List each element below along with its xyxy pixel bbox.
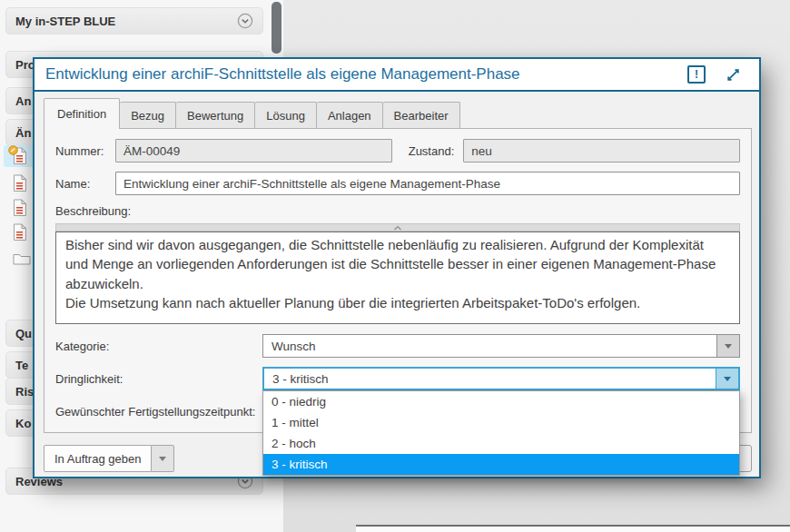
dropdown-option-niedrig[interactable]: 0 - niedrig [263,391,739,412]
tab-bewertung[interactable]: Bewertung [176,102,255,128]
kategorie-combobox[interactable]: Wunsch [262,334,740,358]
change-request-dialog: Entwicklung einer archiF-Schnittstelle a… [33,57,761,478]
dialog-title: Entwicklung einer archiF-Schnittstelle a… [45,65,687,84]
dropdown-option-hoch[interactable]: 2 - hoch [263,433,739,454]
folder-icon [13,252,31,265]
dialog-titlebar: Entwicklung einer archiF-Schnittstelle a… [35,59,759,92]
row-name: Name: Entwicklung einer archiF-Schnittst… [55,172,740,195]
document-icon [13,147,27,165]
modified-badge-icon [8,143,18,159]
kategorie-value: Wunsch [263,335,716,357]
tab-panel-definition: Nummer: ÄM-00049 Zustand: neu Name: Entw… [44,128,752,433]
application-window: My in-STEP BLUE Pro An Än [0,0,790,532]
dringlichkeit-combobox[interactable]: 3 - kritisch [262,367,740,390]
nummer-label: Nummer: [55,144,115,158]
dringlichkeit-value: 3 - kritisch [264,369,716,389]
tab-bearbeiter[interactable]: Bearbeiter [383,102,460,128]
sidebar-section-my-instep-blue[interactable]: My in-STEP BLUE [5,7,263,34]
dringlichkeit-label: Dringlichkeit: [55,372,262,386]
description-collapse-handle[interactable] [55,223,740,232]
triangle-down-icon [159,457,166,461]
tab-loesung[interactable]: Lösung [255,102,317,128]
alert-icon[interactable]: ! [687,65,706,84]
zustand-field: neu [463,139,740,163]
dialog-tabs: Definition Bezug Bewertung Lösung Anlage… [44,98,759,128]
dropdown-option-kritisch[interactable]: 3 - kritisch [263,454,739,475]
dringlichkeit-dropdown-button[interactable] [716,369,738,389]
row-nummer-zustand: Nummer: ÄM-00049 Zustand: neu [55,139,740,163]
in-auftrag-geben-button[interactable]: In Auftrag geben [44,445,152,472]
in-auftrag-geben-split-button[interactable]: In Auftrag geben [44,445,174,472]
sidebar-section-label: An [15,94,31,108]
background-panel-edge [356,525,790,532]
zustand-label: Zustand: [409,144,455,158]
kategorie-label: Kategorie: [55,340,262,353]
triangle-down-icon [724,377,731,381]
sidebar-section-label: My in-STEP BLUE [15,15,115,28]
dringlichkeit-dropdown-list: 0 - niedrig 1 - mittel 2 - hoch 3 - krit… [262,390,740,476]
document-icon [13,199,27,217]
chevron-up-icon [393,225,402,231]
beschreibung-label: Beschreibung: [55,204,740,218]
triangle-down-icon [725,344,732,349]
row-kategorie: Kategorie: Wunsch [55,334,740,358]
tab-anlagen[interactable]: Anlagen [317,102,383,128]
sidebar-section-label: Ris [15,385,34,399]
sidebar-section-label: Än [15,126,31,140]
beschreibung-textarea[interactable]: Bisher sind wir davon ausgegangen, die S… [55,232,740,324]
sidebar-section-label: Ko [15,417,31,430]
fertigstellung-label: Gewünschter Fertigstellungszeitpunkt: [55,405,262,419]
name-label: Name: [55,177,115,191]
maximize-icon[interactable] [726,67,741,83]
sidebar-section-label: Te [15,359,28,372]
name-input[interactable]: Entwicklung einer archiF-Schnittstelle a… [115,172,740,195]
kategorie-dropdown-button[interactable] [716,335,739,357]
document-icon [13,223,27,241]
nummer-field: ÄM-00049 [115,139,392,163]
tab-bezug[interactable]: Bezug [120,102,176,128]
document-icon [13,174,27,192]
chevron-down-icon [237,13,253,29]
action-dropdown-button[interactable] [152,445,174,472]
tab-definition[interactable]: Definition [44,98,120,129]
sidebar-section-label: Qu [15,327,32,340]
dropdown-option-mittel[interactable]: 1 - mittel [263,412,739,433]
sidebar-scrollbar-thumb[interactable] [272,2,281,54]
row-dringlichkeit: Dringlichkeit: 3 - kritisch 0 - niedrig … [55,367,740,390]
